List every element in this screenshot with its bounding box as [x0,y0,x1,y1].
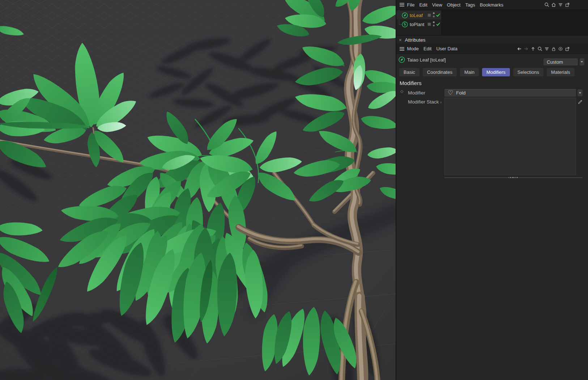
up-arrow-icon[interactable] [531,46,536,51]
tab-selections[interactable]: Selections [513,68,544,76]
attributes-title: Attributes [405,37,426,43]
menu-edit[interactable]: Edit [421,46,434,51]
tab-modifiers[interactable]: Modifiers [482,68,510,76]
edit-pencil-icon[interactable] [578,99,583,104]
tab-main[interactable]: Main [460,68,479,76]
filter-icon[interactable] [544,46,549,51]
modifier-value: Fold [456,90,465,96]
menu-bookmarks[interactable]: Bookmarks [477,2,506,8]
back-arrow-icon[interactable] [517,46,522,51]
diamond-icon: ◇ [400,89,403,94]
new-window-icon[interactable] [565,46,570,51]
modifier-stack-label[interactable]: Modifier Stack› [408,99,442,105]
object-manager: toLeaf toPlant [396,10,588,35]
modifier-dropdown[interactable]: ♡ Fold [444,89,576,97]
modifier-label: Modifier [408,90,425,96]
attributes-menubar: Mode Edit User Data [396,44,588,54]
object-item-toplant[interactable]: toPlant [396,20,441,29]
new-window-icon[interactable] [565,2,570,7]
target-icon[interactable] [558,46,563,51]
preset-dropdown[interactable]: Custom [544,58,578,66]
attributes-header: × Attributes [396,35,588,44]
menu-icon[interactable] [399,47,405,51]
menu-user-data[interactable]: User Data [434,46,460,51]
close-icon[interactable]: × [399,38,402,42]
enabled-check-icon[interactable] [436,22,440,26]
home-icon[interactable] [551,2,556,7]
object-label[interactable]: toLeaf [410,13,423,18]
menu-icon[interactable] [399,3,405,7]
forward-arrow-icon[interactable] [524,46,529,51]
tab-coordinates[interactable]: Coordinates [423,68,457,76]
leaf-icon[interactable] [402,12,408,18]
filter-icon[interactable] [558,2,563,7]
tab-basic[interactable]: Basic [399,68,419,76]
object-manager-menubar: File Edit View Object Tags Bookmarks [396,0,588,10]
layer-chip-icon[interactable] [427,22,431,26]
right-panel: File Edit View Object Tags Bookmarks toL… [396,0,588,380]
visibility-dots-icon[interactable] [433,21,435,27]
tab-materials[interactable]: Materials [547,68,575,76]
menu-tags[interactable]: Tags [463,2,477,8]
viewport-scene [0,0,396,380]
object-title: Taiao Leaf [toLeaf] [407,57,446,63]
menu-view[interactable]: View [430,2,444,8]
modifier-stack-box[interactable] [444,98,576,175]
menu-mode[interactable]: Mode [405,46,421,51]
visibility-dots-icon[interactable] [433,12,435,18]
menu-edit[interactable]: Edit [417,2,430,8]
leaf-icon [399,56,405,63]
heart-icon: ♡ [448,90,453,96]
modifier-dropdown-arrow[interactable] [578,89,583,96]
layer-chip-icon[interactable] [427,13,431,17]
search-icon[interactable] [537,46,542,51]
viewport-3d[interactable] [0,0,396,380]
object-tree: toLeaf toPlant [396,10,441,35]
plant-icon[interactable] [402,21,408,28]
preset-dropdown-arrow[interactable] [580,58,584,66]
section-title: Modifiers [400,80,422,86]
object-item-toleaf[interactable]: toLeaf [396,11,441,20]
search-icon[interactable] [544,2,549,7]
attribute-tabs: Basic Coordinates Main Modifiers Selecti… [399,68,575,76]
enabled-check-icon[interactable] [436,13,440,17]
menu-object[interactable]: Object [444,2,463,8]
object-label[interactable]: toPlant [410,22,424,27]
lock-icon[interactable] [551,46,556,51]
menu-file[interactable]: File [405,2,417,8]
panel-splitter[interactable] [444,177,582,178]
preset-value: Custom [547,59,563,65]
